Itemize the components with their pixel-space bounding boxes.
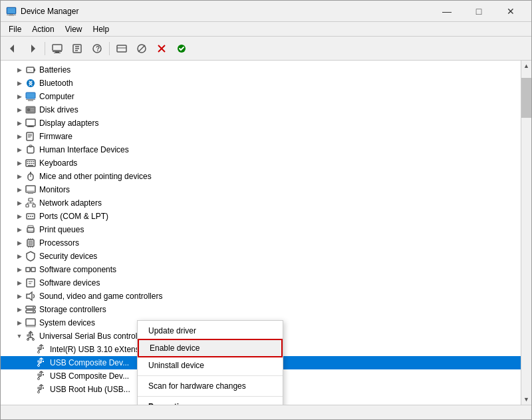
svg-point-114 [38, 391, 40, 393]
uninstall-button[interactable] [152, 39, 171, 58]
context-properties[interactable]: Properties [138, 399, 283, 405]
scroll-up-button[interactable]: ▲ [521, 61, 531, 71]
expand-monitors[interactable]: ▶ [14, 184, 25, 195]
tree-item-processors[interactable]: ▶ Processors [1, 236, 521, 250]
expand-computer[interactable]: ▶ [14, 91, 25, 102]
bluetooth-label: Bluetooth [39, 79, 73, 88]
svg-rect-64 [26, 204, 29, 207]
context-update-driver[interactable]: Update driver [138, 323, 283, 339]
usb-composite1-label: USB Composite Dev... [50, 358, 129, 367]
maximize-button[interactable]: □ [464, 1, 494, 21]
menu-file[interactable]: File [3, 23, 27, 35]
mice-label: Mice and other pointing devices [39, 172, 152, 181]
tree-item-ports[interactable]: ▶ Ports (COM & LPT) [1, 210, 521, 223]
expand-sound[interactable]: ▶ [14, 291, 25, 302]
svg-rect-49 [31, 161, 33, 162]
expand-sw-components[interactable]: ▶ [14, 264, 25, 275]
forward-button[interactable] [23, 39, 42, 58]
tree-item-security[interactable]: ▶ Security devices [1, 250, 521, 263]
expand-firmware[interactable]: ▶ [14, 131, 25, 142]
expand-disk[interactable]: ▶ [14, 105, 25, 115]
help-button[interactable]: ? [88, 39, 106, 58]
menu-action[interactable]: Action [27, 23, 59, 35]
svg-rect-86 [31, 268, 35, 272]
expand-batteries[interactable]: ▶ [14, 65, 25, 75]
context-enable-device[interactable]: Enable device [138, 339, 283, 357]
batteries-icon [25, 65, 37, 75]
device-manager-window: Device Manager — □ ✕ File Action View He… [0, 0, 532, 420]
expand-processors[interactable]: ▶ [14, 238, 25, 248]
scroll-down-button[interactable]: ▼ [521, 394, 531, 405]
scrollbar[interactable]: ▲ ▼ [521, 61, 531, 405]
tree-item-mice[interactable]: ▶ Mice and other pointing devices [1, 170, 521, 183]
svg-rect-10 [54, 53, 61, 53]
computer-icon-button[interactable] [48, 39, 66, 58]
disable-button[interactable] [132, 39, 151, 58]
sound-label: Sound, video and game controllers [39, 292, 162, 301]
svg-rect-29 [26, 93, 35, 99]
expand-hid[interactable]: ▶ [14, 144, 25, 155]
expand-bluetooth[interactable]: ▶ [14, 78, 25, 89]
tree-item-display[interactable]: ▶ Display adapters [1, 116, 521, 130]
tree-item-print[interactable]: ▶ Print queues [1, 223, 521, 236]
device-tree[interactable]: ▶ Batteries ▶ [1, 61, 521, 405]
tree-item-storage[interactable]: ▶ Storage controllers [1, 303, 521, 316]
expand-usb[interactable]: ▼ [14, 331, 25, 341]
tree-item-monitors[interactable]: ▶ Monitors [1, 183, 521, 196]
svg-point-105 [38, 351, 40, 353]
svg-point-94 [33, 307, 34, 308]
expand-sw-devices[interactable]: ▶ [14, 278, 25, 288]
properties-button[interactable] [68, 39, 86, 58]
scroll-thumb[interactable] [521, 78, 531, 118]
svg-rect-38 [29, 126, 33, 126]
menu-help[interactable]: Help [88, 23, 115, 35]
tree-item-computer[interactable]: ▶ Computer [1, 90, 521, 103]
expand-ports[interactable]: ▶ [14, 211, 25, 222]
context-uninstall-device[interactable]: Uninstall device [138, 357, 283, 373]
processors-icon [25, 238, 37, 248]
expand-display[interactable]: ▶ [14, 118, 25, 128]
expand-storage[interactable]: ▶ [14, 304, 25, 315]
svg-rect-96 [26, 319, 35, 325]
tree-item-sw-devices[interactable]: ▶ Software devices [1, 276, 521, 290]
menu-view[interactable]: View [60, 23, 88, 35]
tree-item-sw-components[interactable]: ▶ Software components [1, 263, 521, 276]
tree-item-bluetooth[interactable]: ▶ Bluetooth [1, 77, 521, 90]
minimize-button[interactable]: — [432, 1, 462, 21]
expand-print[interactable]: ▶ [14, 224, 25, 235]
tree-item-network[interactable]: ▶ Network adapters [1, 196, 521, 210]
svg-rect-25 [34, 69, 35, 71]
security-label: Security devices [39, 252, 97, 261]
svg-line-27 [28, 69, 32, 71]
expand-security[interactable]: ▶ [14, 251, 25, 262]
svg-rect-103 [38, 347, 40, 349]
tree-item-firmware[interactable]: ▶ Firmware [1, 130, 521, 143]
expand-mice[interactable]: ▶ [14, 171, 25, 182]
context-scan-hardware[interactable]: Scan for hardware changes [138, 378, 283, 394]
device-view-button[interactable] [112, 39, 131, 58]
status-bar [1, 405, 531, 419]
tree-item-hid[interactable]: ▶ Human Interface Devices [1, 143, 521, 156]
tree-item-keyboards[interactable]: ▶ Keyboards [1, 156, 521, 170]
close-button[interactable]: ✕ [495, 1, 526, 21]
svg-point-108 [38, 365, 40, 367]
tree-item-sound[interactable]: ▶ Sound, video and game controllers [1, 290, 521, 303]
monitors-label: Monitors [39, 185, 70, 194]
tree-item-batteries[interactable]: ▶ Batteries [1, 63, 521, 77]
window-controls: — □ ✕ [432, 1, 526, 21]
svg-rect-75 [28, 226, 33, 228]
svg-rect-113 [43, 387, 44, 389]
hid-label: Human Interface Devices [39, 145, 129, 154]
scan-button[interactable] [172, 39, 191, 58]
expand-keyboards[interactable]: ▶ [14, 158, 25, 168]
window-icon [6, 6, 17, 17]
tree-item-disk[interactable]: ▶ Disk drives [1, 103, 521, 116]
expand-system[interactable]: ▶ [14, 317, 25, 328]
firmware-icon [25, 131, 37, 142]
expand-network[interactable]: ▶ [14, 198, 25, 208]
back-button[interactable] [3, 39, 22, 58]
svg-rect-55 [28, 165, 33, 166]
svg-rect-35 [31, 108, 34, 109]
svg-rect-51 [27, 163, 29, 164]
usb-root-icon [35, 384, 47, 395]
